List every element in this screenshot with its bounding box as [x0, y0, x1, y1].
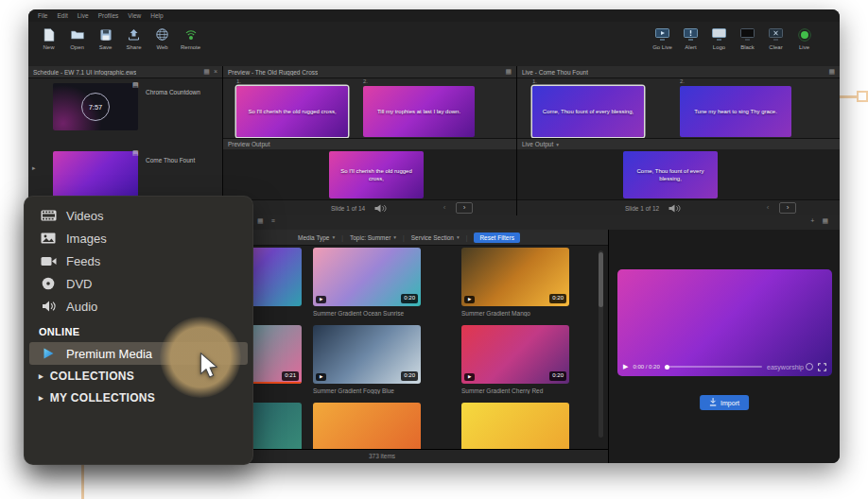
expand-arrow-icon[interactable]: ▸	[32, 164, 36, 172]
tool-label: Black	[740, 44, 755, 50]
dropdown-label: Service Section	[411, 234, 454, 241]
tool-label: Live	[799, 44, 809, 50]
media-item[interactable]	[313, 403, 421, 450]
go-live-icon	[655, 26, 669, 43]
menu-item-videos[interactable]: Videos	[25, 204, 252, 227]
expand-arrow-icon: ▸	[39, 371, 43, 381]
clear-button[interactable]: Clear	[763, 26, 789, 50]
panel-close-icon[interactable]: ×	[214, 68, 217, 76]
menu-item-images[interactable]: Images	[25, 227, 252, 250]
preview-slide-1[interactable]: So I'll cherish the old rugged cross,	[236, 86, 348, 137]
slide-number: 2.	[363, 78, 368, 84]
media-item-title: Summer Gradient Foggy Blue	[313, 387, 421, 394]
schedule-panel: Schedule - EW 7.1 UI infographic.ews ▦ ×…	[28, 66, 223, 215]
slide-number: 1.	[236, 78, 241, 84]
speaker-icon[interactable]	[374, 204, 387, 213]
import-button[interactable]: Import	[700, 395, 749, 410]
share-button[interactable]: Share	[121, 26, 147, 50]
schedule-item-thumbnail[interactable]: 7:57	[53, 83, 138, 130]
item-count: 373 items	[369, 453, 395, 459]
panel-grid-icon[interactable]: ▦	[203, 68, 210, 76]
menu-item-label: Videos	[66, 209, 104, 223]
item-type-icon: ▤	[132, 81, 139, 89]
media-item[interactable]: ▶ 0:20 Summer Gradient Ocean Sunrise	[313, 248, 421, 317]
reset-filters-button[interactable]: Reset Filters	[474, 232, 519, 243]
remote-button[interactable]: Remote	[178, 26, 203, 50]
preview-panel-header: Preview - The Old Rugged Cross ▦	[223, 66, 516, 78]
chevron-down-icon: ▾	[556, 142, 559, 147]
mouse-cursor	[199, 352, 219, 380]
media-item[interactable]	[461, 403, 569, 450]
menu-view[interactable]: View	[128, 12, 141, 19]
new-button[interactable]: New	[36, 26, 61, 50]
speaker-icon[interactable]	[668, 204, 681, 213]
alert-button[interactable]: Alert	[678, 26, 703, 50]
media-type-dropdown[interactable]: Media Type ▾	[298, 234, 335, 241]
callout-line-bottom	[81, 465, 84, 499]
dropdown-label: Media Type	[298, 234, 329, 241]
live-output-slide: Come, Thou fount of every blessing,	[623, 151, 718, 198]
play-button[interactable]: ▶	[623, 363, 628, 370]
open-button[interactable]: Open	[64, 26, 90, 50]
countdown-time: 7:57	[89, 103, 103, 112]
menu-live[interactable]: Live	[78, 12, 89, 19]
topic-dropdown[interactable]: Topic: Summer ▾	[350, 234, 396, 241]
live-output-zone: Come, Thou fount of every blessing,	[517, 149, 840, 200]
menu-item-feeds[interactable]: Feeds	[25, 250, 252, 272]
black-screen-icon	[740, 26, 755, 43]
scrollbar-thumb[interactable]	[599, 252, 603, 307]
media-item[interactable]: ▶ 0:20 Summer Gradient Mango	[461, 248, 569, 317]
schedule-item-thumbnail[interactable]	[53, 151, 138, 198]
alert-icon	[684, 26, 698, 43]
slide-status: Slide 1 of 12	[625, 205, 659, 212]
duration-badge: 0:20	[549, 294, 566, 303]
clip-progress-bar[interactable]	[665, 366, 762, 368]
schedule-item-label[interactable]: Come Thou Fount	[146, 157, 195, 163]
share-icon	[128, 26, 140, 43]
panel-grid-icon[interactable]: ▦	[505, 68, 512, 76]
add-media-icon[interactable]: +	[810, 217, 814, 225]
slide-text: So I'll cherish the old rugged cross,	[329, 167, 424, 183]
media-list-view-icon[interactable]: ≡	[271, 217, 275, 225]
menu-item-label: Audio	[66, 300, 97, 314]
next-slide-button[interactable]: ›	[456, 202, 473, 214]
menu-file[interactable]: File	[38, 12, 47, 19]
live-slide-2[interactable]: Tune my heart to sing Thy grace.	[680, 86, 791, 137]
fullscreen-icon[interactable]	[818, 358, 826, 375]
panel-grid-icon[interactable]: ▦	[828, 68, 835, 76]
service-section-dropdown[interactable]: Service Section ▾	[411, 234, 460, 241]
media-options-icon[interactable]: ▦	[822, 217, 828, 225]
next-slide-button[interactable]: ›	[779, 202, 796, 214]
black-button[interactable]: Black	[735, 26, 760, 50]
schedule-item-label[interactable]: Chroma Countdown	[146, 89, 200, 95]
media-item[interactable]: ▶ 0:20 Summer Gradient Foggy Blue	[313, 325, 421, 394]
media-thumbnail: ▶ 0:20	[313, 248, 421, 306]
live-slide-1[interactable]: Come, Thou fount of every blessing,	[532, 86, 644, 137]
menu-item-label: Feeds	[66, 254, 100, 268]
media-item[interactable]: ▶ 0:20 Summer Gradient Cherry Red	[461, 325, 569, 394]
live-indicator[interactable]: Live	[791, 26, 817, 50]
watermark: easyworship	[767, 363, 813, 370]
save-button[interactable]: Save	[93, 26, 118, 50]
logo-button[interactable]: Logo	[706, 26, 732, 50]
tool-label: Web	[156, 44, 167, 50]
logo-screen-icon	[712, 26, 726, 43]
media-scrollbar[interactable]	[599, 250, 603, 438]
menu-help[interactable]: Help	[150, 12, 163, 19]
menu-profiles[interactable]: Profiles	[98, 12, 119, 19]
menu-item-my-collections[interactable]: ▸ MY COLLECTIONS	[25, 387, 252, 408]
menu-item-audio[interactable]: Audio	[25, 295, 252, 318]
callout-marker-right	[857, 91, 868, 102]
menu-edit[interactable]: Edit	[57, 12, 67, 19]
clip-preview-video[interactable]: ▶ 0:00 / 0:20 easyworship	[617, 269, 832, 376]
previous-slide-button[interactable]: ‹	[437, 203, 452, 213]
media-grid-view-icon[interactable]: ▦	[257, 217, 264, 225]
live-slidebar: Slide 1 of 12 ‹ ›	[517, 199, 840, 215]
menu-item-dvd[interactable]: DVD	[25, 272, 252, 295]
preview-slide-2[interactable]: Till my trophies at last I lay down.	[363, 86, 475, 137]
go-live-button[interactable]: Go Live	[650, 26, 675, 50]
tool-label: Logo	[713, 44, 725, 50]
web-button[interactable]: Web	[149, 26, 175, 50]
live-indicator-icon	[798, 26, 811, 43]
previous-slide-button[interactable]: ‹	[760, 203, 775, 213]
